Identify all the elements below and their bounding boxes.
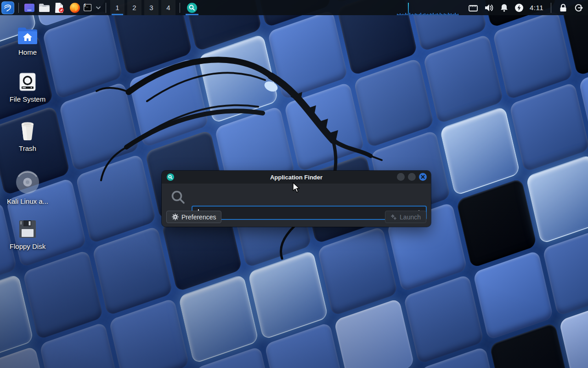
- disc-image-icon: [16, 170, 40, 194]
- firefox-icon: [69, 2, 80, 13]
- desktop-icon-file-system[interactable]: File System: [0, 72, 55, 103]
- taskbar-application-finder[interactable]: [184, 0, 200, 15]
- logout-icon[interactable]: [574, 3, 583, 12]
- launcher-file-manager[interactable]: [38, 1, 51, 14]
- trash-icon: [17, 121, 38, 141]
- panel-right: 4:11: [397, 0, 588, 15]
- terminal-glyph: $_: [84, 4, 88, 7]
- desktop-icon-label: File System: [10, 95, 45, 103]
- launch-label: Launch: [400, 213, 421, 221]
- desktop-icon-home[interactable]: Home: [0, 26, 55, 56]
- search-row: [162, 184, 431, 212]
- desktop-icon-label: Home: [18, 48, 37, 56]
- gear-icon: [172, 213, 179, 220]
- notifications-bell-icon[interactable]: [500, 3, 509, 12]
- home-folder-icon: [17, 26, 39, 45]
- desktop-icon-floppy-disk[interactable]: Floppy Disk: [0, 219, 55, 250]
- top-panel: $_ 1 2 3 4: [0, 0, 588, 15]
- launcher-firefox[interactable]: [68, 1, 81, 14]
- application-finder-icon: [167, 173, 174, 181]
- desktop-icon-label: Kali Linux a...: [7, 197, 48, 205]
- volume-icon[interactable]: [484, 3, 494, 12]
- launch-button[interactable]: Launch: [385, 211, 426, 223]
- folder-icon: [39, 3, 50, 12]
- kali-menu-button[interactable]: [1, 1, 14, 14]
- search-icon: [170, 190, 186, 205]
- application-finder-window: Application Finder: [162, 171, 431, 227]
- cpu-graph[interactable]: [397, 0, 462, 15]
- workspace-button-3[interactable]: 3: [144, 0, 158, 15]
- desktop-app-icon: [24, 3, 35, 13]
- launcher-terminal[interactable]: $_: [84, 1, 96, 14]
- clock[interactable]: 4:11: [530, 4, 543, 12]
- button-row: Preferences Launch: [162, 211, 431, 223]
- launch-gears-icon: [390, 214, 397, 220]
- workspace-button-1[interactable]: 1: [110, 0, 124, 15]
- document-icon: [54, 2, 65, 13]
- desktop-icon-kali-iso[interactable]: Kali Linux a...: [0, 170, 55, 205]
- panel-separator: [180, 3, 180, 13]
- workspace-button-2[interactable]: 2: [127, 0, 141, 15]
- desktop-icon-trash[interactable]: Trash: [0, 121, 55, 152]
- desktop-icon-label: Floppy Disk: [10, 242, 45, 250]
- kali-dragon-icon: [3, 3, 12, 12]
- launcher-desktop-app[interactable]: [23, 1, 35, 14]
- workspace-button-4[interactable]: 4: [161, 0, 175, 15]
- desktop-icon-label: Trash: [19, 144, 36, 152]
- window-title: Application Finder: [270, 174, 322, 181]
- floppy-disk-icon: [17, 219, 38, 239]
- panel-separator: [551, 3, 551, 13]
- chevron-down-icon[interactable]: [95, 5, 102, 11]
- close-icon: [421, 175, 425, 179]
- close-button[interactable]: [419, 173, 427, 181]
- lock-icon[interactable]: [559, 3, 568, 12]
- panel-separator: [18, 3, 19, 13]
- magnifier-icon: [187, 2, 198, 13]
- minimize-button[interactable]: [397, 173, 405, 181]
- network-icon[interactable]: [468, 4, 478, 12]
- power-manager-icon[interactable]: [514, 3, 524, 12]
- desktop-screen: $_ 1 2 3 4: [0, 0, 588, 368]
- preferences-label: Preferences: [181, 213, 216, 221]
- maximize-button[interactable]: [408, 173, 416, 181]
- launcher-text-editor[interactable]: [53, 1, 66, 14]
- preferences-button[interactable]: Preferences: [166, 211, 221, 223]
- panel-left: $_ 1 2 3 4: [0, 0, 200, 15]
- hard-drive-icon: [17, 72, 38, 92]
- window-titlebar[interactable]: Application Finder: [162, 171, 431, 184]
- panel-separator: [106, 3, 106, 13]
